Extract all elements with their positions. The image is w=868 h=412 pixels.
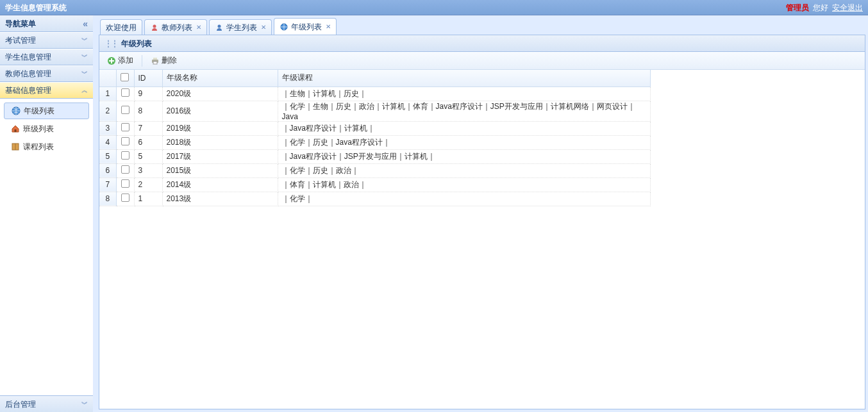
cell-courses: ｜生物｜计算机｜历史｜ — [278, 87, 651, 101]
sidebar-section-student[interactable]: 学生信息管理 ︾ — [0, 49, 93, 65]
app-header: 学生信息管理系统 管理员 您好 安全退出 — [0, 0, 868, 15]
table-row[interactable]: 722014级｜体育｜计算机｜政治｜ — [99, 177, 651, 192]
tab-label: 教师列表 — [162, 21, 192, 35]
panel-title-text: 年级列表 — [121, 35, 152, 52]
tab-student-list[interactable]: 学生列表 ✕ — [209, 19, 272, 35]
row-checkbox-cell[interactable] — [116, 87, 134, 101]
checkbox-icon[interactable] — [121, 165, 129, 174]
checkbox-icon[interactable] — [121, 106, 129, 114]
table-row[interactable]: 372019级｜Java程序设计｜计算机｜ — [99, 121, 651, 135]
row-checkbox-cell[interactable] — [116, 101, 134, 121]
cell-id: 5 — [134, 149, 162, 163]
close-icon[interactable]: ✕ — [326, 20, 331, 34]
sidebar: 导航菜单 « 考试管理 ︾ 学生信息管理 ︾ 教师信息管理 ︾ 基础信息管理 ︽ — [0, 15, 96, 412]
main-panel: ⋮⋮ 年级列表 添加 删除 — [99, 35, 865, 409]
chevron-down-icon: ︾ — [81, 65, 88, 82]
cell-name: 2020级 — [162, 87, 278, 101]
checkbox-icon[interactable] — [121, 88, 129, 97]
delete-button[interactable]: 删除 — [147, 54, 181, 67]
table-row[interactable]: 632015级｜化学｜历史｜政治｜ — [99, 163, 651, 177]
table-row[interactable]: 462018级｜化学｜历史｜Java程序设计｜ — [99, 135, 651, 149]
chevron-up-icon: ︽ — [81, 82, 88, 99]
checkbox-icon[interactable] — [121, 123, 129, 131]
panel-title-bar: ⋮⋮ 年级列表 — [99, 35, 865, 52]
row-number: 8 — [99, 192, 116, 206]
cell-courses: ｜化学｜历史｜Java程序设计｜ — [278, 135, 651, 149]
row-number: 5 — [99, 149, 116, 163]
tree-item-class[interactable]: 班级列表 — [4, 120, 89, 137]
tab-teacher-list[interactable]: 教师列表 ✕ — [144, 19, 207, 35]
row-checkbox-cell[interactable] — [116, 135, 134, 149]
table-row[interactable]: 812013级｜化学｜ — [99, 192, 651, 206]
sidebar-section-teacher[interactable]: 教师信息管理 ︾ — [0, 65, 93, 82]
checkbox-icon[interactable] — [121, 137, 129, 145]
col-rownum — [99, 70, 116, 87]
cell-name: 2017级 — [162, 149, 278, 163]
row-checkbox-cell[interactable] — [116, 177, 134, 192]
person-icon — [215, 23, 224, 32]
tree-item-grade[interactable]: 年级列表 — [4, 103, 89, 119]
table-row[interactable]: 192020级｜生物｜计算机｜历史｜ — [99, 87, 651, 101]
row-checkbox-cell[interactable] — [116, 149, 134, 163]
sidebar-tree: 年级列表 班级列表 课程列表 — [0, 99, 93, 159]
tree-item-course[interactable]: 课程列表 — [4, 138, 89, 155]
cell-courses: ｜化学｜ — [278, 192, 651, 206]
app-title: 学生信息管理系统 — [5, 0, 67, 15]
cell-courses: ｜Java程序设计｜计算机｜ — [278, 121, 651, 135]
book-icon — [10, 142, 21, 152]
col-name-header[interactable]: 年级名称 — [162, 70, 278, 87]
svg-point-5 — [218, 24, 221, 28]
content-area: 欢迎使用 教师列表 ✕ 学生列表 ✕ 年级列表 — [96, 15, 868, 412]
toolbar: 添加 删除 — [99, 52, 865, 70]
svg-rect-10 — [153, 62, 157, 64]
data-grid: ID 年级名称 年级课程 192020级｜生物｜计算机｜历史｜282016级｜化… — [99, 70, 865, 409]
table-row[interactable]: 552017级｜Java程序设计｜JSP开发与应用｜计算机｜ — [99, 149, 651, 163]
sidebar-section-label: 基础信息管理 — [5, 82, 51, 99]
table-row[interactable]: 282016级｜化学｜生物｜历史｜政治｜计算机｜体育｜Java程序设计｜JSP开… — [99, 101, 651, 121]
checkbox-icon[interactable] — [121, 151, 129, 160]
tree-item-label: 年级列表 — [24, 103, 54, 119]
tab-welcome[interactable]: 欢迎使用 — [100, 19, 142, 35]
row-number: 7 — [99, 177, 116, 192]
row-checkbox-cell[interactable] — [116, 163, 134, 177]
row-checkbox-cell[interactable] — [116, 121, 134, 135]
grip-icon: ⋮⋮ — [104, 35, 117, 52]
cell-name: 2013级 — [162, 192, 278, 206]
collapse-icon[interactable]: « — [83, 15, 88, 32]
row-number: 4 — [99, 135, 116, 149]
tab-label: 欢迎使用 — [106, 21, 137, 35]
cell-name: 2019级 — [162, 121, 278, 135]
checkbox-icon[interactable] — [121, 179, 129, 188]
tab-grade-list[interactable]: 年级列表 ✕ — [274, 18, 337, 35]
sidebar-section-label: 考试管理 — [5, 32, 36, 49]
sidebar-section-exam[interactable]: 考试管理 ︾ — [0, 32, 93, 49]
close-icon[interactable]: ✕ — [261, 21, 266, 35]
separator — [142, 55, 142, 67]
logout-link[interactable]: 安全退出 — [832, 0, 863, 15]
checkbox-icon[interactable] — [121, 73, 129, 81]
svg-rect-9 — [153, 58, 157, 60]
col-checkbox-header[interactable] — [116, 70, 134, 87]
greeting: 您好 — [813, 0, 828, 15]
row-checkbox-cell[interactable] — [116, 192, 134, 206]
cell-id: 7 — [134, 121, 162, 135]
close-icon[interactable]: ✕ — [196, 21, 201, 35]
row-number: 2 — [99, 101, 116, 121]
svg-rect-1 — [15, 129, 17, 132]
sidebar-section-admin[interactable]: 后台管理 ︾ — [0, 395, 93, 412]
header-user-area: 管理员 您好 安全退出 — [786, 0, 863, 15]
plus-icon — [107, 56, 116, 65]
cell-id: 3 — [134, 163, 162, 177]
add-button[interactable]: 添加 — [103, 54, 137, 67]
sidebar-title: 导航菜单 « — [0, 15, 93, 32]
cell-courses: ｜体育｜计算机｜政治｜ — [278, 177, 651, 192]
row-number: 6 — [99, 163, 116, 177]
globe-icon — [11, 106, 21, 116]
sidebar-section-label: 后台管理 — [5, 396, 36, 413]
col-id-header[interactable]: ID — [134, 70, 162, 87]
col-courses-header[interactable]: 年级课程 — [278, 70, 651, 87]
cell-courses: ｜化学｜生物｜历史｜政治｜计算机｜体育｜Java程序设计｜JSP开发与应用｜计算… — [278, 101, 651, 121]
checkbox-icon[interactable] — [121, 194, 129, 202]
cell-courses: ｜Java程序设计｜JSP开发与应用｜计算机｜ — [278, 149, 651, 163]
sidebar-section-basic[interactable]: 基础信息管理 ︽ — [0, 82, 93, 99]
